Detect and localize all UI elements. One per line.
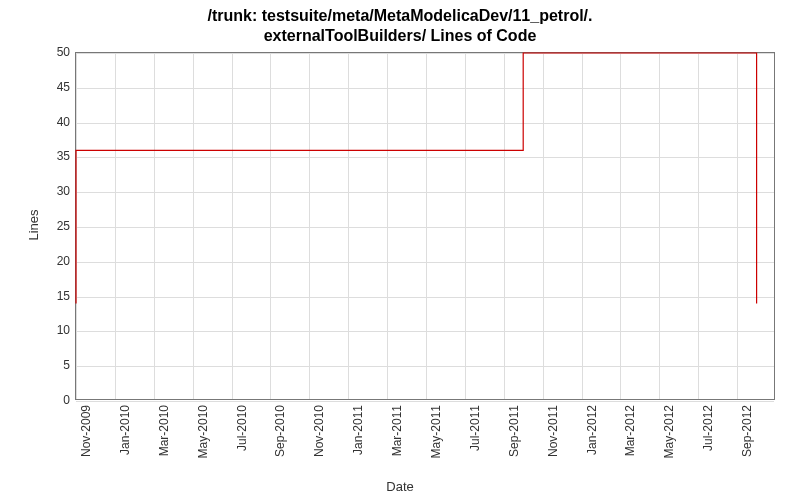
x-tick-label: May-2010 <box>196 405 210 458</box>
chart-container: /trunk: testsuite/meta/MetaModelicaDev/1… <box>0 0 800 500</box>
x-tick-label: Jul-2010 <box>235 405 249 451</box>
y-tick-label: 35 <box>40 149 70 163</box>
plot-area <box>75 52 775 400</box>
x-tick-label: Sep-2011 <box>507 405 521 457</box>
x-tick-label: May-2011 <box>429 405 443 458</box>
x-tick-label: Jan-2010 <box>118 405 132 455</box>
y-tick-label: 40 <box>40 115 70 129</box>
x-tick-label: May-2012 <box>662 405 676 458</box>
loc-series-line <box>76 53 757 304</box>
y-tick-label: 15 <box>40 289 70 303</box>
grid-line-h <box>76 401 774 402</box>
chart-title-line1: /trunk: testsuite/meta/MetaModelicaDev/1… <box>208 7 593 24</box>
y-tick-label: 45 <box>40 80 70 94</box>
x-tick-label: Mar-2011 <box>390 405 404 456</box>
y-tick-label: 5 <box>40 358 70 372</box>
y-tick-label: 10 <box>40 323 70 337</box>
x-tick-label: Jul-2011 <box>468 405 482 451</box>
y-tick-label: 0 <box>40 393 70 407</box>
y-axis-label: Lines <box>26 209 41 240</box>
chart-title-line2: externalToolBuilders/ Lines of Code <box>264 27 537 44</box>
x-tick-label: Nov-2009 <box>79 405 93 457</box>
x-tick-label: Mar-2012 <box>623 405 637 456</box>
x-tick-label: Jul-2012 <box>701 405 715 451</box>
x-tick-label: Nov-2011 <box>546 405 560 457</box>
x-axis-label: Date <box>0 479 800 494</box>
x-tick-label: Mar-2010 <box>157 405 171 456</box>
chart-title: /trunk: testsuite/meta/MetaModelicaDev/1… <box>0 0 800 46</box>
x-tick-label: Sep-2010 <box>273 405 287 457</box>
x-tick-label: Nov-2010 <box>312 405 326 457</box>
x-tick-label: Sep-2012 <box>740 405 754 457</box>
x-tick-label: Jan-2012 <box>585 405 599 455</box>
y-tick-label: 20 <box>40 254 70 268</box>
y-tick-label: 30 <box>40 184 70 198</box>
x-tick-label: Jan-2011 <box>351 405 365 455</box>
y-tick-label: 25 <box>40 219 70 233</box>
data-line-layer <box>76 53 776 401</box>
y-tick-label: 50 <box>40 45 70 59</box>
